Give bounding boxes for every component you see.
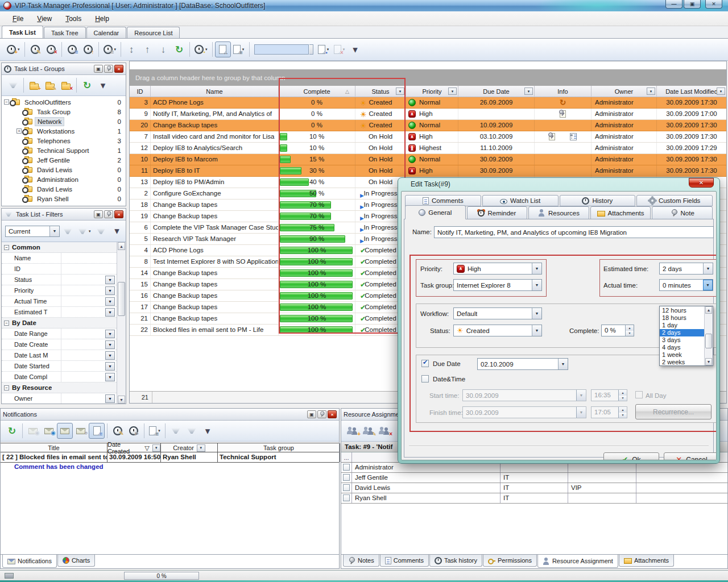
notifications-overflow-button[interactable]: ▾ bbox=[200, 423, 216, 439]
tree-item-task-group[interactable]: Task Group8 bbox=[2, 107, 126, 117]
filters-overflow-button[interactable]: ▾ bbox=[109, 223, 125, 239]
tree-item-schooloutfitters[interactable]: −SchoolOutfitters0 bbox=[2, 97, 126, 107]
edit-linked-task-button[interactable]: ✎ bbox=[110, 423, 126, 439]
tree-item-telephones[interactable]: Telephones3 bbox=[2, 136, 126, 146]
chevron-down-icon[interactable]: ▼ bbox=[105, 297, 115, 306]
tree-item-technical-support[interactable]: Technical Support1 bbox=[2, 146, 126, 155]
assign-resource-button[interactable]: + bbox=[345, 423, 361, 439]
fit-columns-toggle[interactable]: ↔ bbox=[215, 41, 231, 57]
resource-row[interactable]: Ryan ShellIT bbox=[341, 493, 727, 504]
chevron-down-icon[interactable]: ▼ bbox=[532, 280, 541, 290]
datetime-checkbox[interactable] bbox=[421, 375, 429, 383]
close-icon[interactable]: × bbox=[114, 65, 123, 73]
dialog-tab-history[interactable]: History bbox=[560, 195, 636, 206]
task-row[interactable]: 12Deploy IE8 to Analytics/Search10 %On H… bbox=[130, 143, 726, 154]
linked-task-button[interactable]: ○ bbox=[73, 423, 89, 439]
notification-clear-filter-button[interactable] bbox=[184, 423, 200, 439]
filter-dropdown-icon[interactable]: ▼ bbox=[524, 88, 533, 95]
pin-icon[interactable] bbox=[104, 65, 113, 73]
preview-pane-toggle[interactable]: ≡ bbox=[89, 423, 105, 439]
toolbar-overflow-button[interactable]: ▾ bbox=[348, 41, 363, 57]
scrollbar-thumb[interactable] bbox=[705, 334, 712, 348]
filter-dropdown-icon[interactable]: ▼ bbox=[396, 88, 404, 95]
bottom-tab-notes[interactable]: Notes bbox=[343, 555, 379, 567]
filter-row-date-compl[interactable]: Date Compl▼ bbox=[2, 372, 117, 383]
column-header-date-last-modified[interactable]: Date Last Modified▼ bbox=[657, 86, 727, 97]
chevron-down-icon[interactable]: ▼ bbox=[105, 373, 115, 381]
refresh-button[interactable]: ↻ bbox=[171, 41, 187, 57]
save-view-button[interactable]: ▪▾ bbox=[316, 41, 332, 57]
undock-icon[interactable]: ▣ bbox=[94, 65, 103, 73]
column-header-owner[interactable]: Owner▼ bbox=[592, 86, 657, 97]
column-header-status[interactable]: Status▼ bbox=[355, 86, 406, 97]
bottom-tab-comments[interactable]: Comments bbox=[380, 555, 429, 567]
filter-row-actual-time[interactable]: Actual Time▼ bbox=[2, 296, 117, 307]
delete-task-button[interactable]: × bbox=[43, 41, 59, 57]
column-header-id[interactable]: ID bbox=[130, 86, 151, 97]
status-combo[interactable]: ☀ Created ▼ bbox=[453, 325, 542, 336]
bottom-tab-notifications[interactable]: Notifications bbox=[2, 555, 57, 568]
move-up-button[interactable]: ↑ bbox=[139, 41, 155, 57]
scroll-up-icon[interactable]: ▲ bbox=[118, 242, 125, 250]
task-details-button[interactable]: ≡ bbox=[64, 41, 80, 57]
dropdown-option[interactable]: 4 days bbox=[660, 344, 704, 351]
chevron-down-icon[interactable]: ▼ bbox=[105, 351, 115, 360]
dropdown-option[interactable]: 2 days bbox=[660, 329, 704, 336]
move-down-button[interactable]: ↓ bbox=[155, 41, 171, 57]
task-row[interactable]: 20Change Backup tapes0 %☀CreatedNormal10… bbox=[130, 120, 726, 131]
dropdown-option[interactable]: 3 days bbox=[660, 336, 704, 344]
column-header-creator[interactable]: Creator▼ bbox=[161, 443, 218, 452]
dropdown-option[interactable]: 12 hours bbox=[660, 307, 704, 314]
task-priority-button[interactable]: ↑ bbox=[80, 41, 96, 57]
resource-checkbox[interactable] bbox=[343, 484, 350, 491]
filter-row-id[interactable]: ID bbox=[2, 264, 117, 275]
tab-calendar[interactable]: Calendar bbox=[86, 27, 127, 38]
estimated-combo[interactable]: 2 days ▼ bbox=[659, 263, 713, 275]
chevron-down-icon[interactable]: ▾ bbox=[205, 47, 208, 52]
filter-row-common[interactable]: −Common bbox=[2, 242, 117, 253]
restore-button[interactable]: ▣ bbox=[684, 0, 701, 9]
notification-filter-button[interactable] bbox=[168, 423, 184, 439]
column-header-due-date[interactable]: Due Date▼ bbox=[458, 86, 535, 97]
dialog-tab-attachments[interactable]: Attachments bbox=[590, 206, 651, 219]
resource-row[interactable]: Jeff GentileIT bbox=[341, 473, 727, 483]
dropdown-option[interactable]: 18 hours bbox=[660, 314, 704, 322]
filter-dropdown-icon[interactable]: ▼ bbox=[197, 444, 205, 452]
scroll-down-icon[interactable]: ▼ bbox=[118, 396, 125, 404]
section-toggle-icon[interactable]: − bbox=[4, 245, 9, 250]
filter-row-date-started[interactable]: Date Started▼ bbox=[2, 361, 117, 372]
resource-row[interactable]: David LewisITVIP bbox=[341, 483, 727, 493]
new-task-button[interactable]: +▾ bbox=[5, 41, 22, 57]
save-filter-button[interactable]: ▾ bbox=[76, 223, 93, 239]
filter-row-by-date[interactable]: −By Date bbox=[2, 318, 117, 329]
dropdown-option[interactable]: 2 weeks bbox=[660, 359, 704, 366]
bottom-tab-resource-assignment[interactable]: Resource Assignment bbox=[537, 555, 618, 568]
edit-task-button[interactable]: ✎ bbox=[27, 41, 43, 57]
actual-combo[interactable]: 0 minutes ▼ bbox=[659, 279, 713, 291]
chevron-down-icon[interactable]: ▼ bbox=[105, 286, 115, 295]
column-header-title[interactable]: Title bbox=[1, 443, 107, 452]
add-group-button[interactable]: + bbox=[26, 77, 42, 93]
resource-column-dots[interactable]: ... bbox=[341, 452, 352, 462]
edit-assignment-button[interactable]: ✎ bbox=[361, 423, 377, 439]
chevron-down-icon[interactable]: ▼ bbox=[532, 325, 541, 336]
view-name-combo-button[interactable] bbox=[309, 44, 313, 55]
dialog-tab-general[interactable]: General bbox=[405, 205, 466, 219]
view-name-combo[interactable] bbox=[252, 41, 316, 57]
dropdown-option[interactable]: 1 week bbox=[660, 351, 704, 359]
scroll-down-icon[interactable]: ▼ bbox=[705, 358, 712, 365]
show-unread-toggle[interactable] bbox=[57, 423, 73, 439]
workflow-combo[interactable]: Default ▼ bbox=[453, 307, 542, 319]
filter-preset-combo[interactable]: Current ▼ bbox=[5, 226, 60, 237]
dropdown-option[interactable]: 1 day bbox=[660, 322, 704, 329]
tree-toggle-icon[interactable]: + bbox=[16, 128, 22, 134]
filter-row-estimated-t[interactable]: Estimated T▼ bbox=[2, 307, 117, 318]
dialog-tab-reminder[interactable]: Reminder bbox=[467, 206, 528, 219]
resource-checkbox[interactable] bbox=[343, 494, 350, 501]
chevron-down-icon[interactable]: ▼ bbox=[703, 263, 713, 274]
undock-icon[interactable]: ▣ bbox=[94, 210, 103, 218]
tree-item-jeff-gentile[interactable]: Jeff Gentile2 bbox=[2, 155, 126, 165]
chevron-down-icon[interactable]: ▾ bbox=[89, 229, 91, 234]
dialog-tab-watch-list[interactable]: Watch List bbox=[482, 195, 559, 206]
scrollbar-thumb[interactable] bbox=[118, 282, 125, 316]
